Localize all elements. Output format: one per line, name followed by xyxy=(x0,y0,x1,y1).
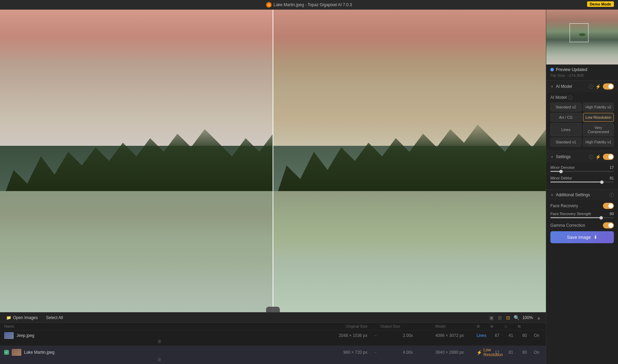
col-outputsize-header: Output Size xyxy=(380,324,435,329)
file-jeep-model: Lines xyxy=(477,333,490,338)
ai-model-label-text: AI Model xyxy=(550,95,566,100)
ai-model-section-content: AI Model i Standard v2 High Fidelity v2 … xyxy=(546,92,618,151)
settings-lightning-icon: ⚡ xyxy=(595,154,601,160)
face-recovery-strength-fill xyxy=(550,217,601,218)
col-originalsize-header: Original Size xyxy=(315,324,370,329)
file-jeep-original-size: 2048 × 1536 px xyxy=(315,333,370,338)
minor-denoise-track[interactable] xyxy=(550,171,614,172)
face-recovery-strength-thumb[interactable] xyxy=(599,216,603,220)
face-recovery-label: Face Recovery xyxy=(550,203,578,208)
col-icon2-header: ⊕ xyxy=(490,324,504,329)
ai-model-section-header[interactable]: ▼ AI Model i ⚡ xyxy=(546,80,618,92)
file-thumb-jeep xyxy=(4,332,14,339)
folder-icon: 📁 xyxy=(6,315,11,320)
file-jeep-delete-button[interactable]: 🗑 xyxy=(4,339,315,344)
preview-thumbnail xyxy=(546,10,618,64)
minor-deblur-track[interactable] xyxy=(550,181,614,183)
save-image-label: Save Image xyxy=(567,235,591,240)
additional-settings-section-title: Additional Settings xyxy=(556,192,607,197)
face-recovery-strength-slider-row: Face Recovery Strength 80 xyxy=(550,212,614,218)
file-lake-martin-n3: 80 xyxy=(518,350,531,355)
file-jeep-n1: 67 xyxy=(490,333,504,338)
minor-deblur-value: 81 xyxy=(610,176,614,180)
ai-model-label-info-icon: i xyxy=(568,95,572,100)
main-layout: 📁 Open Images Select All ▣ ⊞ ⊟ 🔍 100% ▲ … xyxy=(0,10,618,364)
gamma-correction-label: Gamma Correction xyxy=(550,223,585,228)
select-all-button[interactable]: Select All xyxy=(44,315,65,321)
model-high-fidelity-v2-button[interactable]: High Fidelity v2 xyxy=(583,103,614,111)
ai-model-label-row: AI Model i xyxy=(550,95,614,100)
col-delete-header xyxy=(531,324,542,329)
file-lake-martin-factor: 4.00x xyxy=(380,350,435,355)
file-lake-martin-delete-button[interactable]: 🗑 xyxy=(4,357,315,362)
divider-handle[interactable] xyxy=(266,307,280,312)
face-recovery-strength-label: Face Recovery Strength xyxy=(550,212,591,216)
ai-model-section-title: AI Model xyxy=(556,84,587,89)
file-list: Name Original Size Output Size Model ⚙ ⊕… xyxy=(0,322,546,364)
bottom-toolbar: 📁 Open Images Select All ▣ ⊞ ⊟ 🔍 100% ▲ xyxy=(0,312,546,322)
image-panel-original xyxy=(0,10,273,312)
face-recovery-strength-value: 80 xyxy=(610,212,614,216)
open-images-button[interactable]: 📁 Open Images xyxy=(4,315,40,321)
file-lake-martin-checkbox[interactable]: ✓ xyxy=(4,350,9,355)
model-standard-v1-button[interactable]: Standard v1 xyxy=(550,138,582,146)
file-name-lake-martin: Lake Martin.jpeg xyxy=(24,350,55,355)
view-compare-button[interactable]: ⊟ xyxy=(505,314,511,321)
model-standard-v2-button[interactable]: Standard v2 xyxy=(550,103,582,111)
minor-deblur-label: Minor Deblur xyxy=(550,176,572,180)
additional-settings-content: Face Recovery Face Recovery Strength 80 … xyxy=(546,200,618,246)
model-high-fidelity-v1-button[interactable]: High Fidelity v1 xyxy=(583,138,614,146)
file-lake-martin-model: ⚡ Low Resolution xyxy=(477,348,490,357)
save-image-button[interactable]: Save Image ⬇ xyxy=(550,231,614,243)
minor-deblur-slider-row: Minor Deblur 81 xyxy=(550,176,614,183)
minor-deblur-fill xyxy=(550,181,602,183)
ai-model-info-icon: i xyxy=(589,84,593,89)
file-row-jeep[interactable]: Jeep.jpeg 2048 × 1536 px → 2.00x 4096 × … xyxy=(0,330,546,346)
zoom-level: 100% xyxy=(522,315,533,320)
settings-section-title: Settings xyxy=(556,154,587,159)
file-jeep-n3: 80 xyxy=(518,333,531,338)
file-name-jeep: Jeep.jpeg xyxy=(16,333,34,338)
preview-status-dot xyxy=(550,68,554,71)
minor-denoise-value: 17 xyxy=(610,165,614,169)
additional-settings-info-icon: i xyxy=(609,193,614,197)
split-divider[interactable] xyxy=(273,10,273,312)
demo-mode-badge: Demo Mode xyxy=(587,1,614,7)
model-very-compressed-button[interactable]: Very Compressed xyxy=(583,123,614,136)
file-list-header: Name Original Size Output Size Model ⚙ ⊕… xyxy=(0,323,546,330)
settings-toggle[interactable] xyxy=(603,154,614,160)
model-low-resolution-button[interactable]: Low Resolution xyxy=(583,113,614,122)
settings-section-content: Minor Denoise 17 Minor Deblur 81 xyxy=(546,163,618,189)
app-title: Lake Martin.jpeg - Topaz Gigapixel AI 7.… xyxy=(274,2,352,7)
right-panel: Preview Updated File Size: ~274.3KB ▼ AI… xyxy=(546,10,618,364)
face-recovery-strength-track[interactable] xyxy=(550,217,614,218)
settings-section-header[interactable]: ▼ Settings i ⚡ xyxy=(546,151,618,163)
face-recovery-row: Face Recovery xyxy=(550,203,614,209)
minor-deblur-thumb[interactable] xyxy=(600,180,604,184)
file-row-lake-martin[interactable]: ✓ Lake Martin.jpeg 960 × 720 px → 4.00x … xyxy=(0,346,546,364)
model-grid: Standard v2 High Fidelity v2 Art / CG Lo… xyxy=(550,103,614,146)
col-arrow-header xyxy=(370,324,380,329)
model-art-cg-button[interactable]: Art / CG xyxy=(550,113,582,122)
view-single-button[interactable]: ▣ xyxy=(489,314,494,321)
file-lake-martin-n4: On xyxy=(531,350,542,355)
gamma-correction-toggle[interactable] xyxy=(603,222,614,228)
view-split-button[interactable]: ⊞ xyxy=(497,314,503,321)
additional-settings-section-header[interactable]: ▼ Additional Settings i xyxy=(546,189,618,200)
model-lines-button[interactable]: Lines xyxy=(550,123,582,136)
additional-settings-chevron: ▼ xyxy=(550,193,554,197)
minor-denoise-thumb[interactable] xyxy=(559,170,563,173)
file-row-jeep-name: Jeep.jpeg xyxy=(4,332,315,339)
file-lake-martin-output-size: 3840 × 2880 px xyxy=(435,350,477,355)
bottom-bar-right: ▣ ⊞ ⊟ 🔍 100% ▲ xyxy=(489,314,542,321)
image-viewer[interactable] xyxy=(0,10,546,312)
thumb-overlay-box xyxy=(570,23,588,42)
zoom-collapse-button[interactable]: ▲ xyxy=(536,314,542,321)
canvas-area: 📁 Open Images Select All ▣ ⊞ ⊟ 🔍 100% ▲ … xyxy=(0,10,546,364)
ai-model-chevron: ▼ xyxy=(550,85,554,89)
split-view xyxy=(0,10,546,312)
ai-model-toggle[interactable] xyxy=(603,83,614,90)
file-thumb-lake-martin xyxy=(12,349,21,356)
minor-denoise-slider-row: Minor Denoise 17 xyxy=(550,165,614,172)
face-recovery-toggle[interactable] xyxy=(603,203,614,209)
